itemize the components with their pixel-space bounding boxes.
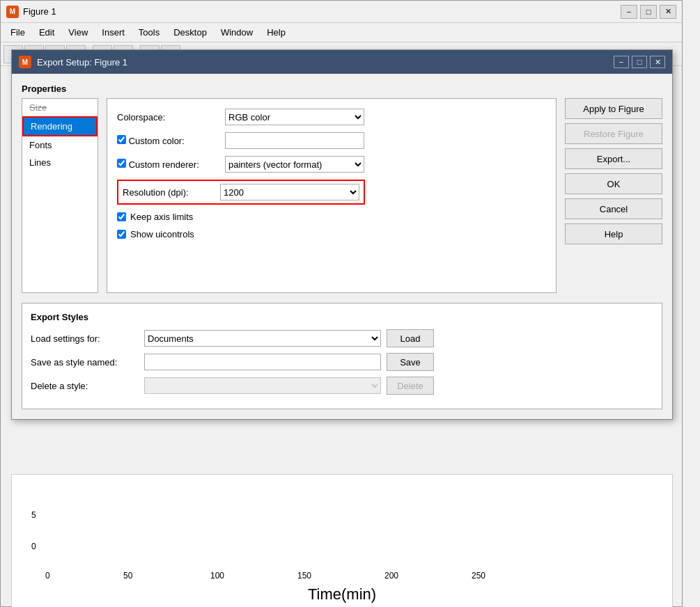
export-styles-section: Export Styles Load settings for: Documen…	[22, 303, 662, 409]
custom-color-row: Custom color: w	[117, 132, 546, 149]
show-uicontrols-label: Show uicontrols	[130, 229, 194, 239]
dialog-restore-button[interactable]: □	[632, 56, 647, 68]
export-button[interactable]: Export...	[565, 148, 662, 169]
properties-panel: Colorspace: RGB color Grayscale Black an…	[107, 98, 557, 293]
custom-color-checkbox[interactable]	[117, 135, 126, 144]
delete-style-select[interactable]	[144, 377, 381, 394]
load-button[interactable]: Load	[387, 329, 434, 347]
menu-bar: File Edit View Insert Tools Desktop Wind…	[1, 23, 682, 42]
y-tick-0: 0	[31, 542, 36, 551]
dialog-title-bar: M Export Setup: Figure 1 − □ ✕	[12, 50, 672, 74]
show-uicontrols-row: Show uicontrols	[117, 229, 546, 239]
x-tick-50: 50	[123, 571, 132, 581]
nav-item-lines[interactable]: Lines	[22, 154, 98, 171]
keep-axis-label: Keep axis limits	[130, 212, 193, 222]
x-axis-label: Time(min)	[308, 585, 376, 604]
load-settings-select[interactable]: Documents Presentation Custom	[144, 330, 381, 347]
ok-button[interactable]: OK	[565, 173, 662, 194]
keep-axis-row: Keep axis limits	[117, 212, 546, 222]
figure-title-buttons: − □ ✕	[621, 5, 676, 19]
custom-renderer-select[interactable]: painters (vector format) opengl zbuffer	[225, 156, 364, 173]
figure-canvas: 0 5 0 50 100 150 200 250 Time(min)	[11, 474, 673, 607]
resolution-row: Resolution (dpi): 72 150 300 600 1200	[117, 180, 365, 205]
figure-title-bar: M Figure 1 − □ ✕	[1, 1, 682, 23]
x-tick-200: 200	[384, 571, 398, 581]
load-settings-label: Load settings for:	[31, 333, 139, 344]
action-buttons: Apply to Figure Restore Figure Export...…	[565, 98, 662, 293]
figure-minimize-button[interactable]: −	[621, 5, 637, 19]
export-setup-dialog: M Export Setup: Figure 1 − □ ✕ Propertie…	[11, 49, 673, 420]
delete-style-label: Delete a style:	[31, 381, 139, 391]
figure-close-button[interactable]: ✕	[660, 5, 676, 19]
colorspace-row: Colorspace: RGB color Grayscale Black an…	[117, 109, 546, 125]
delete-style-row: Delete a style: Delete	[31, 377, 653, 395]
apply-to-figure-button[interactable]: Apply to Figure	[565, 98, 662, 119]
menu-desktop[interactable]: Desktop	[168, 26, 212, 39]
menu-window[interactable]: Window	[215, 26, 258, 39]
x-tick-0: 0	[45, 571, 50, 581]
nav-item-fonts[interactable]: Fonts	[22, 136, 98, 154]
matlab-icon: M	[6, 6, 19, 18]
nav-item-rendering[interactable]: Rendering	[22, 116, 98, 136]
x-tick-250: 250	[472, 571, 485, 581]
x-tick-150: 150	[297, 571, 311, 581]
keep-axis-checkbox[interactable]	[117, 212, 126, 221]
save-style-row: Save as style named: default Save	[31, 353, 653, 371]
save-style-input[interactable]: default	[144, 354, 381, 370]
menu-insert[interactable]: Insert	[96, 26, 130, 39]
menu-tools[interactable]: Tools	[133, 26, 165, 39]
figure-title: Figure 1	[23, 6, 621, 17]
dialog-title: Export Setup: Figure 1	[37, 57, 614, 68]
save-button[interactable]: Save	[387, 353, 434, 371]
menu-view[interactable]: View	[63, 26, 93, 39]
dialog-icon: M	[19, 56, 31, 68]
delete-button[interactable]: Delete	[387, 377, 434, 395]
dialog-title-buttons: − □ ✕	[614, 56, 665, 68]
custom-renderer-row: Custom renderer: painters (vector format…	[117, 156, 546, 173]
properties-label: Properties	[22, 84, 662, 94]
cancel-button[interactable]: Cancel	[565, 198, 662, 219]
load-settings-row: Load settings for: Documents Presentatio…	[31, 329, 653, 347]
figure-window: M Figure 1 − □ ✕ File Edit View Insert T…	[0, 0, 683, 607]
help-button[interactable]: Help	[565, 223, 662, 244]
menu-help[interactable]: Help	[261, 26, 291, 39]
resolution-label: Resolution (dpi):	[123, 187, 220, 198]
properties-layout: Size Rendering Fonts Lines Colorspace: R…	[22, 98, 662, 293]
menu-edit[interactable]: Edit	[33, 26, 60, 39]
custom-renderer-checkbox[interactable]	[117, 159, 126, 168]
save-style-label: Save as style named:	[31, 357, 139, 368]
export-styles-label: Export Styles	[31, 312, 653, 322]
dialog-close-button[interactable]: ✕	[650, 56, 665, 68]
menu-file[interactable]: File	[5, 26, 31, 39]
colorspace-label: Colorspace:	[117, 112, 225, 123]
custom-color-input[interactable]: w	[225, 132, 364, 149]
resolution-select[interactable]: 72 150 300 600 1200	[220, 184, 359, 200]
figure-restore-button[interactable]: □	[640, 5, 657, 19]
custom-renderer-label: Custom renderer:	[117, 159, 225, 170]
colorspace-select[interactable]: RGB color Grayscale Black and white	[225, 109, 364, 125]
canvas-inner: 0 5 0 50 100 150 200 250 Time(min)	[12, 475, 672, 607]
show-uicontrols-checkbox[interactable]	[117, 230, 126, 239]
dialog-content: Properties Size Rendering Fonts Lines Co…	[12, 74, 672, 419]
custom-color-label: Custom color:	[117, 135, 225, 146]
x-tick-100: 100	[210, 571, 224, 581]
nav-item-size[interactable]: Size	[22, 99, 98, 116]
properties-nav: Size Rendering Fonts Lines	[22, 98, 98, 293]
dialog-minimize-button[interactable]: −	[614, 56, 629, 68]
y-tick-5: 5	[31, 510, 36, 520]
restore-figure-button[interactable]: Restore Figure	[565, 123, 662, 144]
